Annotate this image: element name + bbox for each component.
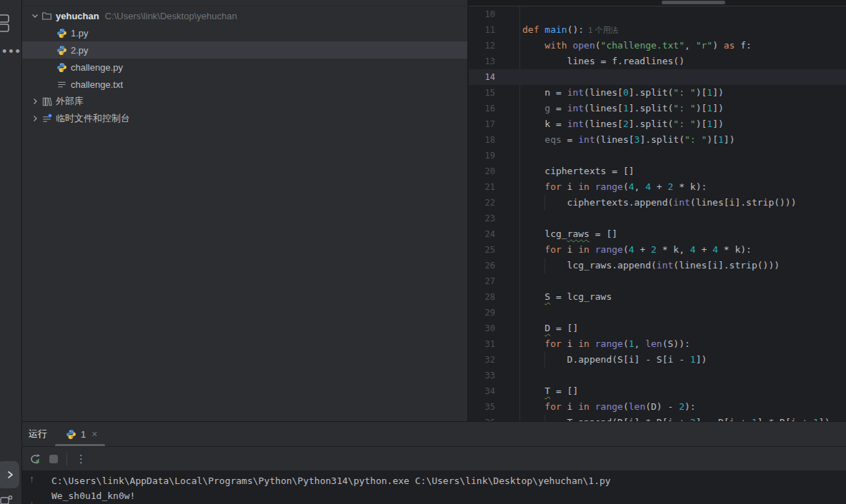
line-number[interactable]: 32 [469, 352, 495, 368]
tree-item-label: 临时文件和控制台 [56, 112, 130, 125]
console-gutter: ↑ ↓ [22, 471, 51, 504]
code-line-19[interactable]: 19 [469, 148, 846, 163]
line-number[interactable]: 14 [469, 69, 495, 85]
code-line-13[interactable]: 13 lines = f.readlines() [469, 54, 846, 69]
panel-top-border [22, 6, 467, 6]
code-line-22[interactable]: 22 ciphertexts.append(int(lines[i].strip… [469, 195, 846, 211]
code-line-33[interactable]: 33 [469, 368, 846, 383]
editor-horizontal-scrollbar-thumb[interactable] [662, 1, 725, 4]
more-tool-windows-icon[interactable]: ••• [2, 44, 22, 59]
line-number[interactable]: 27 [469, 273, 495, 289]
code-line-14[interactable]: 14 [469, 69, 846, 85]
code-line-20[interactable]: 20 ciphertexts = [] [469, 163, 846, 179]
code-line-34[interactable]: 34 T = [] [469, 383, 846, 399]
code-line-35[interactable]: 35 for i in range(len(D) - 2): [469, 399, 846, 415]
code-line-15[interactable]: 15 n = int(lines[0].split(": ")[1]) [469, 85, 846, 101]
line-number[interactable]: 31 [469, 336, 495, 352]
code-line-27[interactable]: 27 [469, 273, 846, 289]
tree-item-root[interactable]: yehuchanC:\Users\link\Desktop\yehuchan [22, 7, 467, 24]
scratch-icon [41, 113, 53, 124]
code-line-16[interactable]: 16 g = int(lines[1].split(": ")[1]) [469, 101, 846, 116]
scroll-up-icon[interactable]: ↑ [29, 473, 34, 485]
line-number[interactable]: 11 [469, 22, 495, 38]
line-number[interactable]: 18 [469, 132, 495, 148]
run-console[interactable]: ↑ ↓ C:\Users\link\AppData\Local\Programs… [22, 471, 846, 504]
tree-item-label: challenge.txt [71, 79, 123, 90]
line-number[interactable]: 34 [469, 383, 495, 399]
tree-item-file-challengetxt[interactable]: challenge.txt [22, 76, 467, 93]
code-text: lines = f.readlines() [522, 54, 685, 69]
code-editor[interactable]: 1011def main(): 1 个用法12 with open("chall… [469, 6, 846, 421]
code-line-32[interactable]: 32 D.append(S[i] - S[i - 1]) [469, 352, 846, 368]
line-number[interactable]: 24 [469, 226, 495, 242]
code-text: n = int(lines[0].split(": ")[1]) [522, 85, 724, 101]
line-number[interactable]: 29 [469, 305, 495, 321]
code-line-23[interactable]: 23 [469, 211, 846, 226]
project-tree: yehuchanC:\Users\link\Desktop\yehuchan1.… [22, 7, 467, 127]
tree-item-file-2py[interactable]: 2.py [22, 41, 467, 59]
code-line-11[interactable]: 11def main(): 1 个用法 [469, 22, 846, 38]
chevron-right-icon[interactable] [29, 113, 41, 124]
editor-top-strip [469, 0, 846, 6]
line-number[interactable]: 36 [469, 415, 495, 421]
line-number[interactable]: 33 [469, 368, 495, 383]
code-text: def main(): 1 个用法 [522, 22, 618, 38]
python-icon [56, 44, 68, 56]
line-number[interactable]: 13 [469, 54, 495, 69]
close-icon[interactable]: × [91, 428, 97, 440]
run-tab-1[interactable]: 1 × [63, 422, 100, 446]
code-line-18[interactable]: 18 eqs = int(lines[3].split(": ")[1]) [469, 132, 846, 148]
code-line-28[interactable]: 28 S = lcg_raws [469, 289, 846, 305]
activity-bar: ••• [0, 0, 22, 504]
tree-item-external-libraries[interactable]: 外部库 [22, 93, 467, 110]
python-console-icon[interactable] [0, 495, 13, 504]
tree-item-label: 外部库 [56, 95, 84, 108]
code-line-17[interactable]: 17 k = int(lines[2].split(": ")[1]) [469, 116, 846, 132]
pycharm-window: ••• yehuchanC:\Users\link\Desktop\yehuch… [0, 0, 846, 504]
stop-icon[interactable] [49, 455, 58, 463]
kebab-menu-icon[interactable]: ⋮ [76, 453, 86, 464]
code-line-24[interactable]: 24 lcg_raws = [] [469, 226, 846, 242]
code-line-26[interactable]: 26 lcg_raws.append(int(lines[i].strip())… [469, 258, 846, 273]
code-line-10[interactable]: 10 [469, 6, 846, 22]
line-number[interactable]: 25 [469, 242, 495, 258]
rerun-icon[interactable] [29, 453, 41, 465]
chevron-down-icon[interactable] [29, 10, 41, 21]
tree-item-scratches-consoles[interactable]: 临时文件和控制台 [22, 110, 467, 127]
code-lines: 1011def main(): 1 个用法12 with open("chall… [469, 6, 846, 421]
line-number[interactable]: 23 [469, 211, 495, 226]
tree-item-label: challenge.py [71, 62, 123, 73]
project-structure-icon[interactable] [0, 14, 11, 33]
toolbar-separator [66, 453, 67, 465]
line-number[interactable]: 30 [469, 321, 495, 336]
tree-item-path: C:\Users\link\Desktop\yehuchan [105, 11, 237, 21]
line-number[interactable]: 12 [469, 38, 495, 54]
code-text: D.append(S[i] - S[i - 1]) [522, 352, 707, 368]
code-line-36[interactable]: 36 T.append(D[i] * D[i + 2] - D[i + 1] *… [469, 415, 846, 421]
code-line-30[interactable]: 30 D = [] [469, 321, 846, 336]
line-number[interactable]: 16 [469, 101, 495, 116]
tree-item-file-1py[interactable]: 1.py [22, 24, 467, 41]
line-number[interactable]: 35 [469, 399, 495, 415]
chevron-right-icon[interactable] [29, 96, 41, 107]
code-line-25[interactable]: 25 for i in range(4 + 2 * k, 4 + 4 * k): [469, 242, 846, 258]
line-number[interactable]: 20 [469, 163, 495, 179]
code-line-29[interactable]: 29 [469, 305, 846, 321]
scroll-down-icon[interactable]: ↓ [29, 498, 34, 504]
line-number[interactable]: 26 [469, 258, 495, 273]
line-number[interactable]: 10 [469, 6, 495, 22]
code-line-12[interactable]: 12 with open("challenge.txt", "r") as f: [469, 38, 846, 54]
python-icon [66, 429, 76, 440]
console-line: C:\Users\link\AppData\Local\Programs\Pyt… [51, 473, 611, 488]
line-number[interactable]: 22 [469, 195, 495, 211]
code-line-21[interactable]: 21 for i in range(4, 4 + 2 * k): [469, 179, 846, 195]
line-number[interactable]: 15 [469, 85, 495, 101]
code-line-31[interactable]: 31 for i in range(1, len(S)): [469, 336, 846, 352]
line-number[interactable]: 28 [469, 289, 495, 305]
line-number[interactable]: 21 [469, 179, 495, 195]
tree-item-file-challengepy[interactable]: challenge.py [22, 59, 467, 76]
terminal-icon[interactable] [0, 461, 19, 488]
line-number[interactable]: 19 [469, 148, 495, 163]
line-number[interactable]: 17 [469, 116, 495, 132]
run-tool-window: 运行 1 × ⋮ ↑ ↓ [22, 421, 846, 504]
